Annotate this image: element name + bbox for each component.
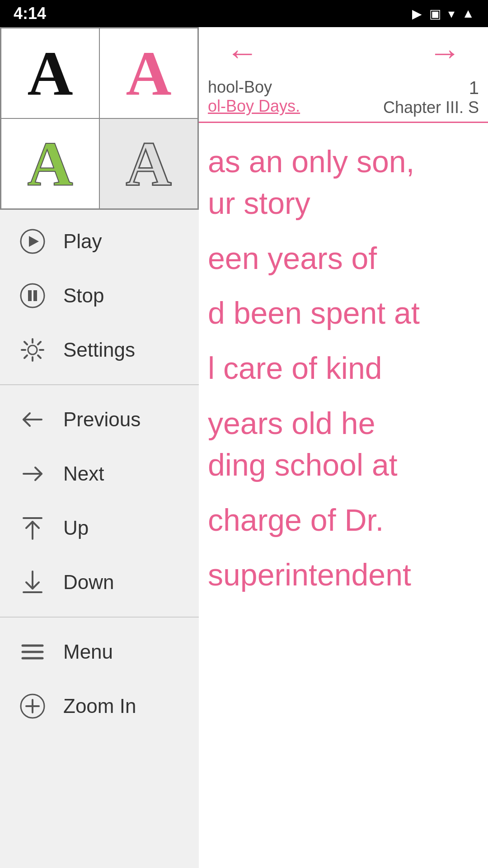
menu-item-down[interactable]: Down <box>0 555 199 609</box>
paragraph-2: d been spent at <box>208 292 479 334</box>
play-circle-icon <box>18 227 47 256</box>
svg-rect-4 <box>33 290 37 301</box>
status-time: 4:14 <box>14 4 46 23</box>
hamburger-icon <box>18 637 47 666</box>
screenshot-icon: ▣ <box>429 6 441 21</box>
pause-circle-icon <box>18 281 47 310</box>
paragraph-4: years old heding school at <box>208 403 479 486</box>
font-cell-black[interactable]: A <box>1 28 99 118</box>
font-cell-green[interactable]: A <box>1 118 99 209</box>
menu-item-play[interactable]: Play <box>0 214 199 269</box>
next-label: Next <box>63 462 104 485</box>
chapter-number: 1 <box>469 78 479 98</box>
chapter-label: Chapter III. S <box>383 98 479 117</box>
chapter-info: hool-Boy ol-Boy Days. 1 Chapter III. S <box>199 78 488 123</box>
zoom-in-label: Zoom In <box>63 695 136 717</box>
status-bar: 4:14 ▶ ▣ ▾ ▲ <box>0 0 488 27</box>
right-panel: ← → hool-Boy ol-Boy Days. 1 Chapter III.… <box>199 27 488 868</box>
wifi-icon: ▾ <box>448 6 455 21</box>
previous-label: Previous <box>63 408 141 431</box>
chapter-number-area: 1 Chapter III. S <box>383 78 479 117</box>
status-icons: ▶ ▣ ▾ ▲ <box>412 6 474 21</box>
svg-line-12 <box>38 342 41 344</box>
divider-1 <box>0 384 199 385</box>
svg-line-11 <box>38 355 41 358</box>
font-letter-black: A <box>27 37 73 110</box>
font-grid: A A A A <box>0 27 199 210</box>
chapter-title-area: hool-Boy ol-Boy Days. <box>208 78 300 117</box>
arrow-up-bar-icon <box>18 514 47 542</box>
arrow-right-icon <box>18 459 47 488</box>
bottom-menu-section: Menu Zoom In <box>0 620 199 738</box>
chapter-subtitle: ol-Boy Days. <box>208 97 300 116</box>
settings-label: Settings <box>63 339 135 361</box>
paragraph-3: l care of kind <box>208 348 479 389</box>
svg-marker-1 <box>29 236 39 247</box>
plus-circle-icon <box>18 692 47 721</box>
font-cell-outline[interactable]: A <box>99 118 198 209</box>
media-play-icon: ▶ <box>412 6 422 21</box>
menu-item-settings[interactable]: Settings <box>0 323 199 377</box>
font-letter-outline: A <box>126 127 171 200</box>
stop-label: Stop <box>63 284 104 307</box>
nav-bar: ← → <box>199 27 488 78</box>
gear-icon <box>18 335 47 364</box>
menu-item-next[interactable]: Next <box>0 447 199 501</box>
book-text-area: as an only son,ur story een years of d b… <box>199 132 488 618</box>
menu-item-stop[interactable]: Stop <box>0 269 199 323</box>
svg-point-2 <box>21 284 44 307</box>
paragraph-6: superintendent <box>208 554 479 596</box>
menu-item-zoom-in[interactable]: Zoom In <box>0 679 199 733</box>
menu-item-up[interactable]: Up <box>0 501 199 555</box>
arrow-down-bar-icon <box>18 568 47 597</box>
down-label: Down <box>63 571 114 594</box>
signal-icon: ▲ <box>462 6 474 21</box>
menu-label: Menu <box>63 641 113 663</box>
left-panel: A A A A Play <box>0 27 199 868</box>
paragraph-0: as an only son,ur story <box>208 141 479 224</box>
font-letter-pink: A <box>126 37 171 110</box>
menu-item-menu[interactable]: Menu <box>0 625 199 679</box>
book-title-short: hool-Boy <box>208 78 300 97</box>
main-container: A A A A Play <box>0 27 488 868</box>
back-arrow-button[interactable]: ← <box>226 36 258 69</box>
up-label: Up <box>63 517 89 539</box>
svg-point-5 <box>28 345 37 354</box>
paragraph-5: charge of Dr. <box>208 500 479 541</box>
arrow-left-icon <box>18 405 47 434</box>
font-cell-pink[interactable]: A <box>99 28 198 118</box>
menu-item-previous[interactable]: Previous <box>0 392 199 447</box>
svg-rect-3 <box>28 290 32 301</box>
font-letter-green: A <box>27 127 73 200</box>
divider-2 <box>0 617 199 618</box>
nav-menu-section: Previous Next <box>0 388 199 614</box>
forward-arrow-button[interactable]: → <box>428 36 461 69</box>
play-label: Play <box>63 230 102 253</box>
top-menu-section: Play Stop <box>0 210 199 382</box>
paragraph-1: een years of <box>208 238 479 279</box>
svg-line-10 <box>24 342 27 344</box>
svg-line-13 <box>24 355 27 358</box>
